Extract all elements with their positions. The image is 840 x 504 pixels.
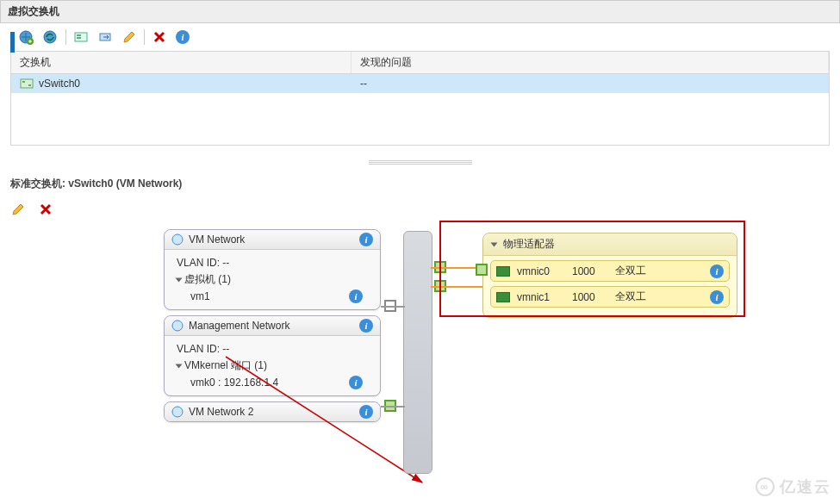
card-title: VM Network xyxy=(189,233,354,246)
info-icon[interactable]: i xyxy=(349,289,363,303)
card-header: VM Network i xyxy=(165,230,380,250)
vlan-label: VLAN ID: -- xyxy=(177,341,368,357)
vswitch-icon xyxy=(20,78,34,90)
vmkernel-group[interactable]: VMkernel 端口 (1) xyxy=(177,357,368,375)
titlebar-label: 虚拟交换机 xyxy=(8,5,59,17)
table-row[interactable]: vSwitch0 -- xyxy=(11,74,829,93)
card-body: VLAN ID: -- VMkernel 端口 (1) vmk0 : 192.1… xyxy=(165,336,380,395)
vmk-item[interactable]: vmk0 : 192.168.1.4 xyxy=(177,375,278,390)
svg-rect-4 xyxy=(77,34,81,36)
manage-host-icon[interactable] xyxy=(73,28,90,46)
portgroup-icon xyxy=(171,320,184,332)
portgroup-management[interactable]: Management Network i VLAN ID: -- VMkerne… xyxy=(164,315,381,396)
vmkernel-label: VMkernel 端口 (1) xyxy=(184,358,267,373)
col-switch: 交换机 xyxy=(11,52,352,73)
switch-name: vSwitch0 xyxy=(39,78,80,90)
portgroup-icon xyxy=(171,406,184,418)
svg-rect-5 xyxy=(77,37,81,39)
vm-group[interactable]: 虚拟机 (1) xyxy=(177,271,231,289)
connector-line xyxy=(381,406,405,408)
col-issues: 发现的问题 xyxy=(352,52,829,73)
edit-icon[interactable] xyxy=(121,29,137,45)
edit-icon[interactable] xyxy=(10,202,26,217)
svg-point-2 xyxy=(44,31,56,43)
refresh-icon[interactable] xyxy=(41,28,59,46)
svg-rect-8 xyxy=(22,81,25,83)
portgroup-vm-network-2[interactable]: VM Network 2 i xyxy=(164,401,381,422)
titlebar: 虚拟交换机 xyxy=(0,0,840,23)
svg-rect-7 xyxy=(21,79,33,88)
info-icon[interactable]: i xyxy=(174,28,191,46)
expand-icon xyxy=(176,277,183,282)
detail-title-prefix: 标准交换机: xyxy=(10,177,65,190)
migrate-vm-icon[interactable] xyxy=(97,28,115,46)
card-header: Management Network i xyxy=(165,316,380,336)
pane-separator[interactable] xyxy=(369,159,472,165)
card-title: VM Network 2 xyxy=(189,406,354,418)
connector-line xyxy=(381,306,405,308)
toolbar-separator xyxy=(144,29,145,45)
expand-icon xyxy=(176,364,183,368)
detail-title-name: vSwitch0 (VM Network) xyxy=(68,177,182,190)
table-empty-area xyxy=(11,93,829,145)
switch-table: 交换机 发现的问题 vSwitch0 -- xyxy=(10,51,830,146)
info-icon[interactable]: i xyxy=(359,405,373,419)
remove-icon[interactable] xyxy=(38,202,53,217)
cell-issues: -- xyxy=(352,74,829,93)
selection-indicator xyxy=(10,32,15,53)
watermark-text: 亿速云 xyxy=(780,476,831,497)
svg-point-11 xyxy=(172,234,183,245)
info-icon[interactable]: i xyxy=(359,233,373,246)
remove-icon[interactable] xyxy=(152,29,167,45)
svg-rect-9 xyxy=(28,84,31,86)
detail-title: 标准交换机: vSwitch0 (VM Network) xyxy=(0,173,840,195)
info-icon[interactable]: i xyxy=(359,319,373,333)
card-body: VLAN ID: -- 虚拟机 (1) vm1 i xyxy=(165,250,380,309)
table-header-row: 交换机 发现的问题 xyxy=(11,52,829,74)
toolbar: i xyxy=(0,23,840,51)
portgroup-vm-network[interactable]: VM Network i VLAN ID: -- 虚拟机 (1) vm1 i xyxy=(164,229,381,310)
card-title: Management Network xyxy=(189,320,354,332)
topology-diagram: VM Network i VLAN ID: -- 虚拟机 (1) vm1 i M… xyxy=(0,229,840,479)
portgroup-icon xyxy=(171,233,184,246)
info-icon[interactable]: i xyxy=(349,376,363,389)
svg-point-12 xyxy=(172,320,183,331)
cell-switch-name: vSwitch0 xyxy=(11,74,352,93)
card-header: VM Network 2 i xyxy=(165,402,380,422)
vswitch-body xyxy=(403,231,432,474)
watermark: ∞ 亿速云 xyxy=(756,476,831,497)
vm-item[interactable]: vm1 xyxy=(177,289,210,304)
highlight-rectangle xyxy=(439,221,745,317)
vm-group-label: 虚拟机 (1) xyxy=(184,272,231,287)
svg-point-13 xyxy=(172,407,183,417)
vlan-label: VLAN ID: -- xyxy=(177,255,368,271)
add-network-icon[interactable] xyxy=(17,28,34,46)
toolbar-separator xyxy=(65,29,66,45)
watermark-icon: ∞ xyxy=(756,477,775,496)
